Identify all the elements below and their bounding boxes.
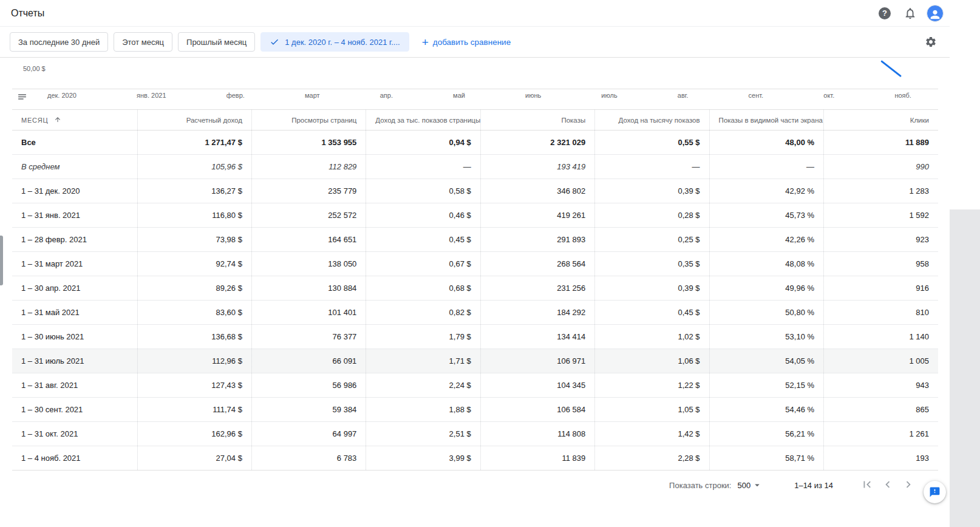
row-value-cell: 54,46 % bbox=[709, 398, 823, 422]
chart-rows-toggle-button[interactable] bbox=[17, 92, 27, 104]
column-header-impression-rpm[interactable]: Доход на тысячу показов bbox=[595, 110, 709, 131]
filter-bar: За последние 30 дней Этот месяц Прошлый … bbox=[0, 27, 950, 58]
table-row[interactable]: 1 – 30 июнь 2021136,68 $76 3771,79 $134 … bbox=[12, 325, 938, 349]
row-value-cell: 56 986 bbox=[251, 373, 366, 398]
row-month-cell: 1 – 30 сент. 2021 bbox=[12, 398, 137, 422]
row-month-cell: 1 – 30 июнь 2021 bbox=[12, 325, 137, 349]
table-row[interactable]: 1 – 4 нояб. 202127,04 $6 7833,99 $11 839… bbox=[12, 446, 938, 471]
bell-icon bbox=[903, 7, 917, 20]
avatar[interactable] bbox=[927, 5, 944, 22]
row-value-cell: 0,67 $ bbox=[366, 252, 480, 276]
notifications-button[interactable] bbox=[901, 4, 919, 22]
date-chip-last-30-days[interactable]: За последние 30 дней bbox=[10, 32, 108, 52]
column-header-estimated-earnings[interactable]: Расчетный доход bbox=[137, 110, 251, 131]
topbar-icons: ? bbox=[876, 4, 944, 22]
feedback-icon bbox=[929, 486, 941, 498]
row-month-cell: 1 – 31 окт. 2021 bbox=[12, 422, 137, 446]
row-value-cell: 184 292 bbox=[480, 301, 594, 325]
column-header-clicks[interactable]: Клики bbox=[824, 110, 938, 131]
table-row[interactable]: 1 – 30 апр. 202189,26 $130 8840,68 $231 … bbox=[12, 276, 938, 301]
row-value-cell: 48,08 % bbox=[709, 252, 823, 276]
row-value-cell: 162,96 $ bbox=[137, 422, 251, 446]
row-value-cell: 54,05 % bbox=[709, 349, 823, 373]
row-value-cell: — bbox=[366, 155, 480, 179]
row-value-cell: 291 893 bbox=[480, 228, 594, 252]
row-month-cell: 1 – 31 авг. 2021 bbox=[12, 373, 137, 398]
row-value-cell: 0,35 $ bbox=[595, 252, 709, 276]
sort-ascending-icon bbox=[50, 117, 61, 124]
x-axis-tick: июнь bbox=[525, 92, 541, 99]
table-row[interactable]: 1 – 31 авг. 2021127,43 $56 9862,24 $104 … bbox=[12, 373, 938, 398]
row-value-cell: 136,27 $ bbox=[137, 179, 251, 203]
column-header-page-rpm[interactable]: Доход за тыс. показов страницы bbox=[366, 110, 480, 131]
row-value-cell: 990 bbox=[824, 155, 938, 179]
row-value-cell: 1,88 $ bbox=[366, 398, 480, 422]
add-comparison-button[interactable]: + добавить сравнение bbox=[422, 36, 511, 48]
row-value-cell: 0,28 $ bbox=[595, 203, 709, 228]
row-value-cell: 11 839 bbox=[480, 446, 594, 471]
column-header-month[interactable]: МЕСЯЦ bbox=[12, 110, 137, 131]
column-header-month-label: МЕСЯЦ bbox=[21, 117, 49, 124]
table-row-total[interactable]: Все 1 271,47 $ 1 353 955 0,94 $ 2 321 02… bbox=[12, 131, 938, 155]
previous-page-button[interactable] bbox=[880, 478, 895, 492]
table-row[interactable]: 1 – 31 дек. 2020136,27 $235 7790,58 $346… bbox=[12, 179, 938, 203]
table-row[interactable]: 1 – 31 янв. 2021116,80 $252 5720,46 $419… bbox=[12, 203, 938, 228]
table-row[interactable]: 1 – 28 февр. 202173,98 $164 6510,45 $291… bbox=[12, 228, 938, 252]
chart-area: 50,00 $ дек. 2020янв. 2021февр.мартапр.м… bbox=[0, 58, 950, 109]
table-row[interactable]: 1 – 30 сент. 2021111,74 $59 3841,88 $106… bbox=[12, 398, 938, 422]
row-value-cell: 27,04 $ bbox=[137, 446, 251, 471]
column-header-viewability[interactable]: Показы в видимой части экрана bbox=[709, 110, 823, 131]
row-value-cell: 2,51 $ bbox=[366, 422, 480, 446]
table-row[interactable]: 1 – 31 окт. 2021162,96 $64 9972,51 $114 … bbox=[12, 422, 938, 446]
row-value-cell: 49,96 % bbox=[709, 276, 823, 301]
row-value-cell: 235 779 bbox=[251, 179, 366, 203]
column-header-page-views[interactable]: Просмотры страниц bbox=[251, 110, 366, 131]
row-value-cell: 193 bbox=[824, 446, 938, 471]
left-scrollbar-thumb[interactable] bbox=[0, 236, 3, 285]
right-scrollbar-thumb[interactable] bbox=[950, 209, 980, 527]
feedback-button[interactable] bbox=[924, 481, 946, 503]
rows-per-page-select[interactable]: 500 bbox=[737, 480, 763, 491]
table-row[interactable]: 1 – 31 май 202183,60 $101 4010,82 $184 2… bbox=[12, 301, 938, 325]
row-value-cell: 3,99 $ bbox=[366, 446, 480, 471]
x-axis-tick: март bbox=[305, 92, 320, 99]
table-row[interactable]: 1 – 31 июль 2021112,96 $66 0911,71 $106 … bbox=[12, 349, 938, 373]
row-value-cell: 1 140 bbox=[824, 325, 938, 349]
row-value-cell: 89,26 $ bbox=[137, 276, 251, 301]
help-icon: ? bbox=[879, 7, 891, 19]
row-value-cell: 943 bbox=[824, 373, 938, 398]
pagination-controls bbox=[860, 478, 916, 492]
row-value-cell: 419 261 bbox=[480, 203, 594, 228]
row-value-cell: 2,24 $ bbox=[366, 373, 480, 398]
row-value-cell: 111,74 $ bbox=[137, 398, 251, 422]
table-footer: Показать строки: 500 1–14 из 14 bbox=[12, 471, 937, 500]
row-month-cell: Все bbox=[12, 131, 137, 155]
row-value-cell: 810 bbox=[824, 301, 938, 325]
x-axis-tick: май bbox=[453, 92, 465, 99]
row-value-cell: 0,39 $ bbox=[595, 179, 709, 203]
x-axis-tick: нояб. bbox=[894, 92, 911, 99]
row-value-cell: 2 321 029 bbox=[480, 131, 594, 155]
row-month-cell: 1 – 31 янв. 2021 bbox=[12, 203, 137, 228]
table-row-average[interactable]: В среднем 105,96 $ 112 829 — 193 419 — —… bbox=[12, 155, 938, 179]
date-chip-custom-range-selected[interactable]: 1 дек. 2020 г. – 4 нояб. 2021 г.... bbox=[260, 32, 409, 52]
report-settings-button[interactable] bbox=[922, 33, 940, 51]
topbar: Отчеты ? bbox=[0, 0, 950, 27]
next-page-button[interactable] bbox=[901, 478, 916, 492]
chevron-right-icon bbox=[902, 478, 915, 491]
help-button[interactable]: ? bbox=[876, 4, 894, 22]
table-body: Все 1 271,47 $ 1 353 955 0,94 $ 2 321 02… bbox=[12, 131, 938, 471]
y-axis-label: 50,00 $ bbox=[23, 65, 46, 72]
row-value-cell: 1 592 bbox=[824, 203, 938, 228]
row-value-cell: 0,82 $ bbox=[366, 301, 480, 325]
table-row[interactable]: 1 – 31 март 202192,74 $138 0500,67 $268 … bbox=[12, 252, 938, 276]
date-chip-last-month[interactable]: Прошлый месяц bbox=[178, 32, 255, 52]
row-value-cell: 1,22 $ bbox=[595, 373, 709, 398]
first-page-button[interactable] bbox=[860, 478, 874, 492]
row-value-cell: 0,58 $ bbox=[366, 179, 480, 203]
date-chip-this-month[interactable]: Этот месяц bbox=[114, 32, 172, 52]
row-value-cell: 958 bbox=[824, 252, 938, 276]
chart-line-segment bbox=[880, 60, 902, 77]
column-header-impressions[interactable]: Показы bbox=[480, 110, 594, 131]
row-value-cell: 76 377 bbox=[251, 325, 366, 349]
